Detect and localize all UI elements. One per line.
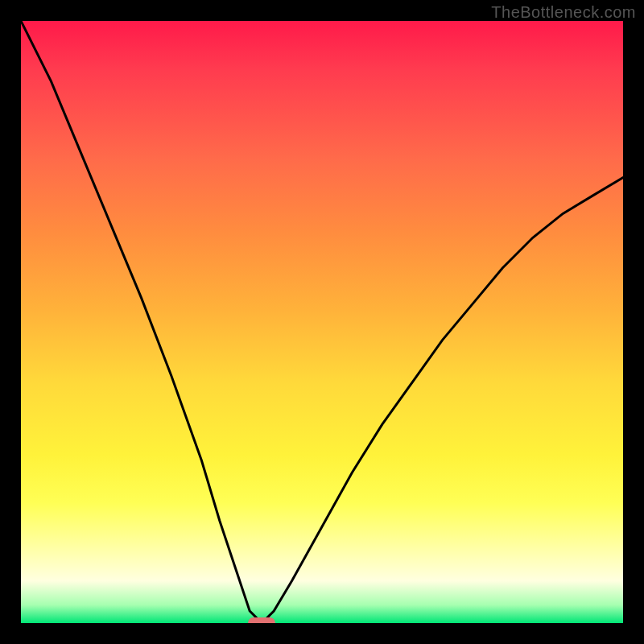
optimal-point-marker bbox=[248, 617, 275, 623]
plot-frame bbox=[21, 21, 623, 623]
curve-layer bbox=[21, 21, 623, 623]
watermark-text: TheBottleneck.com bbox=[491, 3, 636, 22]
bottleneck-curve bbox=[21, 21, 623, 623]
